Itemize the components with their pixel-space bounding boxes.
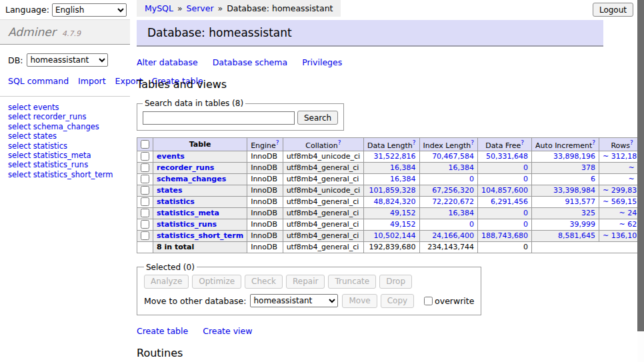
index-length-link[interactable]: 24,166,400	[432, 231, 474, 240]
sidebar-select-link[interactable]: select statistics_short_term	[8, 170, 113, 179]
data-free-link[interactable]: 104,857,600	[481, 186, 528, 195]
index-length-link[interactable]: 70,467,584	[432, 152, 474, 161]
data-free-link[interactable]: 6,291,456	[491, 197, 528, 206]
vertical-scrollbar[interactable]	[637, 0, 644, 362]
table-name-link[interactable]: recorder_runs	[157, 163, 214, 172]
auto-increment-link[interactable]: 39,999	[570, 220, 596, 229]
sidebar-action-link[interactable]: Import	[78, 76, 106, 86]
column-help-link[interactable]: ?	[521, 139, 524, 146]
sidebar-select-link[interactable]: select events	[8, 103, 59, 112]
logout-button[interactable]: Logout	[593, 3, 633, 17]
row-checkbox[interactable]	[141, 175, 149, 183]
index-length-link[interactable]: 0	[469, 175, 474, 183]
truncate-button[interactable]: Truncate	[328, 275, 376, 289]
db-action-link[interactable]: Alter database	[137, 57, 198, 67]
sidebar-select-link[interactable]: select schema_changes	[8, 122, 99, 131]
sidebar-select-link[interactable]: select states	[8, 131, 57, 141]
breadcrumb-link[interactable]: MySQL	[145, 3, 173, 13]
column-help-link[interactable]: ?	[630, 139, 633, 146]
column-help-link[interactable]: ?	[471, 139, 474, 146]
create-link[interactable]: Create view	[203, 326, 252, 336]
search-button[interactable]: Search	[297, 111, 338, 125]
table-name-link[interactable]: events	[157, 152, 185, 161]
data-length-link[interactable]: 48,824,320	[374, 197, 416, 206]
table-name-link[interactable]: statistics_short_term	[157, 231, 243, 240]
row-checkbox[interactable]	[141, 186, 149, 195]
data-length-link[interactable]: 16,384	[390, 175, 416, 183]
row-checkbox[interactable]	[141, 163, 149, 172]
check-button[interactable]: Check	[245, 275, 283, 289]
data-free-link[interactable]: 0	[523, 220, 528, 229]
auto-increment-link[interactable]: 33,898,196	[553, 152, 595, 161]
auto-increment-link[interactable]: 913,577	[565, 197, 596, 206]
row-checkbox[interactable]	[141, 209, 149, 217]
create-link[interactable]: Create table	[137, 326, 188, 336]
column-help-link[interactable]: ?	[276, 139, 279, 146]
select-all-checkbox[interactable]	[141, 140, 149, 149]
search-input[interactable]	[143, 111, 295, 125]
analyze-button[interactable]: Analyze	[144, 275, 189, 289]
copy-button[interactable]: Copy	[381, 294, 414, 308]
sidebar-select-link[interactable]: select statistics	[8, 141, 67, 151]
row-checkbox[interactable]	[141, 231, 149, 240]
data-free-link[interactable]: 188,743,680	[481, 231, 528, 240]
index-length-link[interactable]: 16,384	[449, 209, 475, 217]
data-length-link[interactable]: 16,384	[390, 163, 416, 172]
data-length-link[interactable]: 101,859,328	[369, 186, 416, 195]
db-action-link[interactable]: Database schema	[213, 57, 287, 67]
move-button[interactable]: Move	[342, 294, 377, 308]
table-name-link[interactable]: statistics_runs	[157, 220, 217, 229]
db-action-link[interactable]: Privileges	[302, 57, 342, 67]
index-length-link[interactable]: 0	[469, 220, 474, 229]
sidebar-select-link[interactable]: select recorder_runs	[8, 112, 86, 121]
optimize-button[interactable]: Optimize	[192, 275, 241, 289]
scrollbar-thumb[interactable]	[637, 0, 644, 331]
auto-increment-link[interactable]: 33,398,984	[553, 186, 595, 195]
sidebar-select-link[interactable]: select statistics_runs	[8, 160, 88, 169]
auto-increment-link[interactable]: 378	[581, 163, 595, 172]
rows-estimate-link[interactable]: ~ 569,159	[603, 197, 641, 206]
data-free-link[interactable]: 0	[523, 175, 528, 183]
index-length-link[interactable]: 67,256,320	[432, 186, 474, 195]
sidebar-select-link[interactable]: select statistics_meta	[8, 151, 91, 160]
data-length-cell: 49,152	[364, 207, 419, 219]
column-help-link[interactable]: ?	[413, 139, 416, 146]
auto-increment-link[interactable]: 325	[581, 209, 595, 217]
data-free-link[interactable]: 0	[523, 209, 528, 217]
table-name-link[interactable]: schema_changes	[157, 175, 226, 183]
sidebar-action-link[interactable]: SQL command	[8, 76, 69, 86]
table-name-link[interactable]: states	[157, 186, 183, 195]
search-fieldset: Search data in tables (8) Search	[137, 99, 344, 131]
overwrite-checkbox[interactable]	[424, 297, 433, 305]
rows-estimate-link[interactable]: ~ 312,180	[603, 152, 641, 161]
column-help-link[interactable]: ?	[338, 139, 341, 146]
data-free-link[interactable]: 0	[523, 163, 528, 172]
row-checkbox[interactable]	[141, 220, 149, 229]
collation-cell: utf8mb4_general_ci	[283, 173, 363, 185]
data-length-link[interactable]: 10,502,144	[374, 231, 416, 240]
breadcrumb-link[interactable]: Server	[187, 3, 214, 13]
db-select[interactable]: homeassistant	[27, 53, 108, 67]
auto-increment-link[interactable]: 6	[591, 175, 595, 183]
rows-estimate-link[interactable]: ~ 136,108	[603, 231, 641, 240]
move-db-select[interactable]: homeassistant	[250, 294, 338, 307]
row-checkbox-cell	[137, 185, 153, 196]
section-title-routines: Routines	[137, 347, 603, 359]
data-length-link[interactable]: 49,152	[390, 220, 416, 229]
table-name-cell: statistics_runs	[153, 219, 247, 230]
auto-increment-link[interactable]: 8,581,645	[558, 231, 595, 240]
data-free-link[interactable]: 50,331,648	[486, 152, 528, 161]
column-help-link[interactable]: ?	[592, 139, 595, 146]
repair-button[interactable]: Repair	[286, 275, 325, 289]
table-name-link[interactable]: statistics	[157, 197, 195, 206]
data-length-link[interactable]: 31,522,816	[374, 152, 416, 161]
index-length-link[interactable]: 16,384	[449, 163, 475, 172]
rows-estimate-link[interactable]: ~ 299,833	[603, 186, 641, 195]
language-select[interactable]: English	[52, 3, 127, 17]
row-checkbox[interactable]	[141, 197, 149, 206]
index-length-link[interactable]: 72,220,672	[432, 197, 474, 206]
drop-button[interactable]: Drop	[379, 275, 412, 289]
data-length-link[interactable]: 49,152	[390, 209, 416, 217]
row-checkbox[interactable]	[141, 152, 149, 161]
table-name-link[interactable]: statistics_meta	[157, 209, 219, 217]
